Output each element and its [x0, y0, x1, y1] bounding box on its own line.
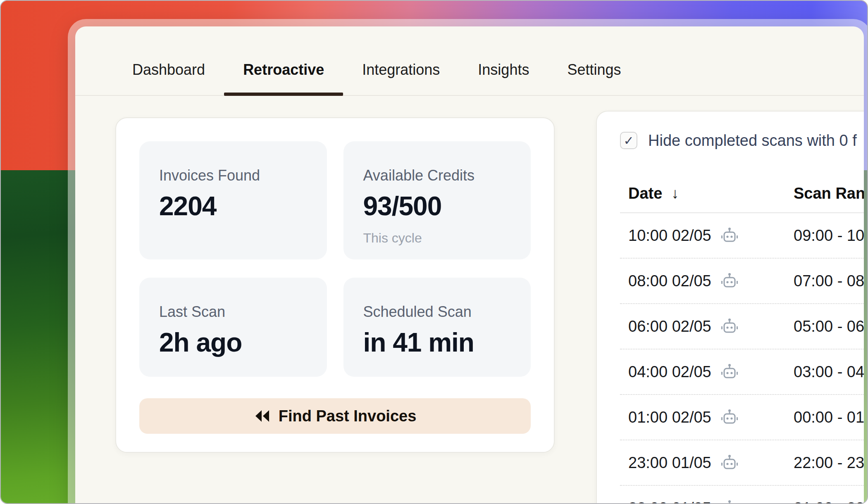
scan-range-column-header: Scan Range	[794, 185, 864, 202]
main-content: Invoices Found 2204 Available Credits 93…	[75, 96, 864, 504]
scan-date: 04:00 02/05	[628, 363, 711, 381]
tab-retroactive[interactable]: Retroactive	[224, 45, 343, 95]
scan-date-cell: 04:00 02/05	[628, 363, 794, 381]
robot-icon	[720, 363, 739, 381]
scan-date-cell: 10:00 02/05	[628, 226, 794, 245]
scan-range: 22:00 - 23:00	[794, 454, 864, 472]
tab-bar: Dashboard Retroactive Integrations Insig…	[75, 26, 864, 96]
rewind-icon	[254, 409, 270, 423]
app-window: Dashboard Retroactive Integrations Insig…	[75, 26, 864, 504]
stat-label: Invoices Found	[159, 167, 307, 184]
stat-subtext: This cycle	[363, 231, 511, 246]
stat-value: 93/500	[363, 191, 511, 221]
scan-date: 08:00 02/05	[628, 272, 711, 290]
find-past-invoices-label: Find Past Invoices	[279, 407, 417, 425]
scan-range: 03:00 - 04:00	[794, 363, 864, 381]
stat-label: Available Credits	[363, 167, 511, 184]
scan-table-body: 10:00 02/05	[620, 213, 864, 504]
scan-range: 21:00 - 22:00	[794, 499, 864, 504]
stat-tiles: Invoices Found 2204 Available Credits 93…	[139, 141, 531, 377]
find-past-invoices-button[interactable]: Find Past Invoices	[139, 398, 531, 434]
scan-row[interactable]: 10:00 02/05	[620, 213, 864, 259]
stat-invoices-found: Invoices Found 2204	[139, 141, 327, 259]
stat-label: Last Scan	[159, 303, 307, 321]
hide-completed-checkbox[interactable]: ✓	[620, 132, 637, 149]
scan-date-cell: 22:00 01/05	[628, 499, 794, 504]
scan-table: Date ↓ Scan Range 10:00 02/05	[620, 174, 864, 504]
sort-desc-icon: ↓	[671, 185, 679, 202]
robot-icon	[720, 272, 739, 290]
scan-row[interactable]: 01:00 02/05	[620, 395, 864, 440]
date-column-header[interactable]: Date ↓	[628, 185, 794, 202]
tab-settings[interactable]: Settings	[548, 45, 640, 95]
scan-date: 06:00 02/05	[628, 318, 711, 335]
hide-completed-label: Hide completed scans with 0 f	[648, 132, 857, 150]
robot-icon	[720, 226, 739, 245]
scan-date: 01:00 02/05	[628, 409, 711, 426]
stat-available-credits: Available Credits 93/500 This cycle	[343, 141, 531, 259]
scan-row[interactable]: 04:00 02/05	[620, 349, 864, 395]
scan-date: 23:00 01/05	[628, 454, 711, 472]
scan-date-cell: 23:00 01/05	[628, 454, 794, 472]
stat-last-scan: Last Scan 2h ago	[139, 278, 327, 377]
stat-scheduled-scan: Scheduled Scan in 41 min	[343, 278, 531, 377]
stat-value: 2h ago	[159, 327, 307, 358]
stat-value: in 41 min	[363, 327, 511, 358]
date-header-label: Date	[628, 185, 662, 202]
scans-panel: ✓ Hide completed scans with 0 f Date ↓ S…	[596, 111, 864, 504]
scan-date-cell: 06:00 02/05	[628, 317, 794, 335]
scan-row[interactable]: 08:00 02/05	[620, 259, 864, 304]
stats-card: Invoices Found 2204 Available Credits 93…	[115, 117, 555, 453]
tab-integrations[interactable]: Integrations	[343, 45, 459, 95]
stat-label: Scheduled Scan	[363, 303, 511, 321]
scan-range: 09:00 - 10:00	[794, 227, 864, 245]
hide-completed-filter[interactable]: ✓ Hide completed scans with 0 f	[620, 130, 864, 151]
scan-date: 22:00 01/05	[628, 499, 711, 504]
tab-dashboard[interactable]: Dashboard	[113, 45, 224, 95]
robot-icon	[720, 408, 739, 426]
stat-value: 2204	[159, 191, 307, 221]
scan-table-header: Date ↓ Scan Range	[620, 174, 864, 213]
robot-icon	[720, 317, 739, 335]
tab-insights[interactable]: Insights	[459, 45, 548, 95]
scan-row[interactable]: 06:00 02/05	[620, 304, 864, 349]
robot-icon	[720, 499, 739, 504]
scan-range: 07:00 - 08:00	[794, 272, 864, 290]
scan-range: 00:00 - 01:00	[794, 409, 864, 426]
scan-row[interactable]: 23:00 01/05	[620, 440, 864, 486]
scan-row[interactable]: 22:00 01/05	[620, 486, 864, 504]
scan-date: 10:00 02/05	[628, 227, 711, 245]
scan-date-cell: 08:00 02/05	[628, 272, 794, 290]
scan-range: 05:00 - 06:00	[794, 318, 864, 335]
screenshot-frame: Dashboard Retroactive Integrations Insig…	[0, 0, 868, 504]
scan-date-cell: 01:00 02/05	[628, 408, 794, 426]
robot-icon	[720, 454, 739, 472]
